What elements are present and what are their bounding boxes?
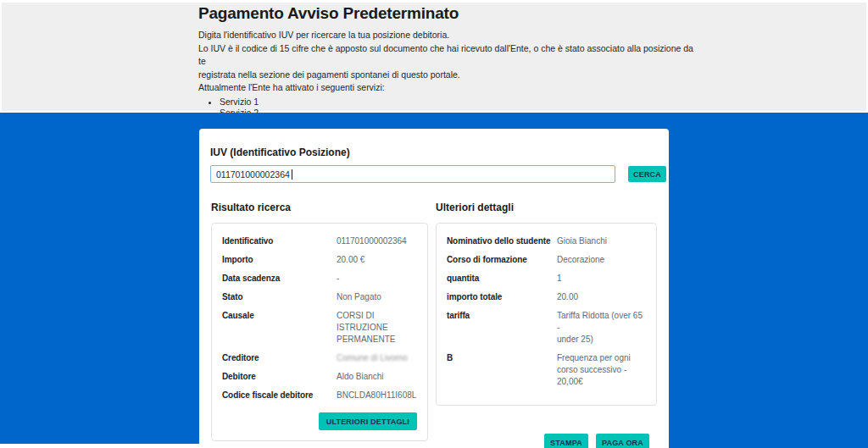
section-bottom-edge (0, 444, 199, 448)
print-button[interactable]: STAMPA (544, 434, 588, 448)
page-header-band: Pagamento Avviso Predeterminato Digita l… (2, 3, 866, 111)
detail-value: Non Pagato (337, 291, 417, 303)
search-button[interactable]: CERCA (628, 166, 666, 182)
services-intro-text: Attualmente l'Ente ha attivato i seguent… (198, 81, 694, 95)
detail-row: DebitoreAldo Bianchi (222, 371, 417, 383)
detail-label: Codice fiscale debitore (222, 390, 337, 401)
detail-value: 011701000002364 (337, 235, 417, 247)
pay-now-button[interactable]: PAGA ORA (596, 434, 649, 448)
detail-row: Corso di formazioneDecorazione (447, 254, 646, 266)
detail-label: tariffa (447, 310, 557, 346)
detail-value: BNCLDA80H11I608L (337, 390, 417, 401)
description-text: Lo IUV è il codice di 15 cifre che è app… (198, 42, 694, 82)
detail-label: Causale (222, 310, 337, 346)
detail-value: Tariffa Ridotta (over 65 - under 25) (557, 310, 646, 346)
service-item: Servizio 1 (220, 97, 694, 108)
detail-value: Gioia Bianchi (557, 235, 646, 247)
more-details-button[interactable]: ULTERIORI DETTAGLI (319, 412, 417, 430)
detail-row: Data scadenza- (222, 273, 417, 285)
payment-card: IUV (Identificativo Posizione) CERCA Ris… (199, 129, 669, 448)
detail-row: Nominativo dello studenteGioia Bianchi (447, 235, 646, 247)
detail-label: Identificativo (222, 235, 337, 247)
details-box: Nominativo dello studenteGioia BianchiCo… (436, 223, 657, 406)
detail-label: Nominativo dello studente (447, 235, 557, 247)
detail-row: importo totale20.00 (447, 291, 646, 303)
result-rows: Identificativo011701000002364Importo20.0… (222, 235, 417, 401)
detail-label: Data scadenza (222, 273, 337, 285)
footer-actions: STAMPA PAGA ORA (544, 434, 649, 448)
detail-row: quantita1 (447, 273, 646, 285)
detail-label: Corso di formazione (447, 254, 557, 266)
iuv-field-label: IUV (Identificativo Posizione) (210, 147, 350, 158)
detail-value: 20.00 € (337, 254, 417, 266)
detail-row: CausaleCORSI DI ISTRUZIONE PERMANENTE (222, 310, 417, 346)
detail-value: Aldo Bianchi (337, 371, 417, 383)
detail-row: BFrequenza per ogni corso successivo - 2… (447, 352, 646, 388)
detail-value: Frequenza per ogni corso successivo - 20… (557, 352, 646, 388)
detail-row: CreditoreComune di Livorno (222, 352, 417, 364)
intro-text: Digita l'identificativo IUV per ricercar… (198, 29, 694, 42)
detail-value: - (337, 273, 417, 285)
result-box: Identificativo011701000002364Importo20.0… (211, 223, 428, 441)
iuv-input[interactable] (210, 165, 615, 183)
details-rows: Nominativo dello studenteGioia BianchiCo… (447, 235, 646, 388)
detail-row: StatoNon Pagato (222, 291, 417, 303)
detail-label: quantita (447, 273, 557, 285)
detail-label: Importo (222, 254, 337, 266)
page-title: Pagamento Avviso Predeterminato (198, 4, 694, 23)
detail-row: Identificativo011701000002364 (222, 235, 417, 247)
detail-label: Creditore (222, 352, 337, 364)
detail-row: Codice fiscale debitoreBNCLDA80H11I608L (222, 390, 417, 401)
details-heading: Ulteriori dettagli (436, 202, 657, 213)
detail-label: B (447, 352, 557, 388)
search-result-column: Risultato ricerca Identificativo01170100… (211, 202, 428, 441)
detail-label: importo totale (447, 291, 557, 303)
detail-value: 1 (557, 273, 646, 285)
detail-value: CORSI DI ISTRUZIONE PERMANENTE (337, 310, 417, 346)
detail-value: Decorazione (557, 254, 646, 266)
detail-value: 20.00 (557, 291, 646, 303)
result-heading: Risultato ricerca (211, 202, 428, 213)
detail-row: tariffaTariffa Ridotta (over 65 - under … (447, 310, 646, 346)
detail-label: Debitore (222, 371, 337, 383)
detail-label: Stato (222, 291, 337, 303)
further-details-column: Ulteriori dettagli Nominativo dello stud… (436, 202, 657, 406)
detail-row: Importo20.00 € (222, 254, 417, 266)
detail-value: Comune di Livorno (337, 352, 417, 364)
